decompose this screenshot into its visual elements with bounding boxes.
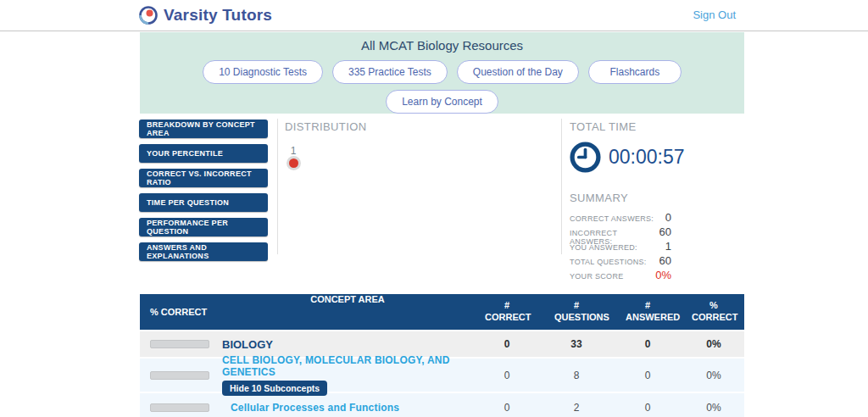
clock-icon (570, 142, 601, 173)
cell-num-answered: 0 (612, 393, 683, 417)
distribution-data-point: 1 (287, 145, 300, 168)
varsity-tutors-logo[interactable]: Varsity Tutors (138, 5, 272, 25)
divider (561, 119, 562, 254)
cell-num-questions: 2 (541, 393, 612, 417)
top-header-bar: Varsity Tutors Sign Out (0, 0, 868, 31)
results-nav-sidebar: BREAKDOWN BY CONCEPT AREA YOUR PERCENTIL… (139, 120, 268, 267)
sidebar-item-your-percentile[interactable]: YOUR PERCENTILE (139, 144, 268, 163)
cell-pct-correct: 0% (683, 331, 744, 357)
concept-breakdown-table: % CORRECT CONCEPT AREA # CORRECT # QUEST… (140, 294, 744, 417)
cell-num-questions: 8 (541, 359, 612, 392)
stats-panel: TOTAL TIME 00:00:57 SUMMARY CORRECT ANSW… (570, 120, 739, 283)
cell-pct-correct: 0% (683, 359, 744, 392)
concept-label: BIOLOGY (222, 338, 473, 351)
total-time-title: TOTAL TIME (570, 120, 739, 133)
summary-rows: CORRECT ANSWERS: 0 INCORRECT ANSWERS: 60… (570, 211, 671, 283)
banner-pill-row: 10 Diagnostic Tests 335 Practice Tests Q… (140, 60, 744, 84)
column-header-num-correct: # CORRECT (473, 294, 541, 330)
distribution-point-label: 1 (287, 145, 300, 157)
cell-num-questions: 33 (541, 331, 612, 357)
summary-row-your-score: YOUR SCORE 0% (570, 269, 671, 283)
sidebar-item-answers-and-explanations[interactable]: ANSWERS AND EXPLANATIONS (139, 242, 268, 261)
divider (277, 119, 278, 254)
brand-name: Varsity Tutors (164, 6, 272, 25)
progress-bar (150, 340, 209, 348)
sidebar-item-time-per-question[interactable]: TIME PER QUESTION (139, 193, 268, 212)
question-of-the-day-button[interactable]: Question of the Day (457, 60, 579, 84)
learn-by-concept-button[interactable]: Learn by Concept (386, 90, 498, 114)
column-header-pct-correct: % CORRECT (683, 294, 744, 330)
column-header-num-questions: # QUESTIONS (541, 294, 612, 330)
sidebar-item-performance-per-question[interactable]: PERFORMANCE PER QUESTION (139, 218, 268, 236)
table-row-cellular-processes: Cellular Processes and Functions 0 2 0 0… (140, 393, 744, 417)
flashcards-button[interactable]: Flashcards (588, 60, 682, 84)
summary-value: 60 (659, 254, 671, 267)
column-header-concept-area: CONCEPT AREA (222, 294, 473, 330)
summary-row-correct-answers: CORRECT ANSWERS: 0 (570, 211, 671, 225)
column-header-pct-correct-bar: % CORRECT (140, 294, 222, 330)
summary-label: CORRECT ANSWERS: (570, 214, 654, 223)
summary-value: 60 (659, 225, 671, 238)
cell-num-correct: 0 (473, 359, 541, 392)
summary-score-value: 0% (655, 269, 671, 281)
concept-link[interactable]: Cellular Processes and Functions (222, 402, 473, 414)
practice-tests-button[interactable]: 335 Practice Tests (332, 60, 448, 84)
summary-row-incorrect-answers: INCORRECT ANSWERS: 60 (570, 225, 671, 240)
distribution-title: DISTRIBUTION (285, 120, 539, 133)
sign-out-link[interactable]: Sign Out (693, 8, 736, 21)
diagnostic-tests-button[interactable]: 10 Diagnostic Tests (203, 60, 323, 84)
resources-banner: All MCAT Biology Resources 10 Diagnostic… (140, 32, 744, 114)
summary-label: TOTAL QUESTIONS: (570, 258, 647, 266)
cell-num-answered: 0 (612, 359, 683, 392)
summary-title: SUMMARY (570, 192, 739, 204)
column-header-num-answered: # ANSWERED (612, 294, 683, 330)
sidebar-item-correct-vs-incorrect-ratio[interactable]: CORRECT VS. INCORRECT RATIO (139, 169, 268, 187)
progress-bar (150, 371, 209, 380)
distribution-point-dot[interactable] (289, 158, 298, 168)
table-row-cell-biology: CELL BIOLOGY, MOLECULAR BIOLOGY, AND GEN… (140, 359, 744, 392)
banner-title: All MCAT Biology Resources (140, 38, 744, 53)
total-time-value: 00:00:57 (609, 146, 685, 169)
banner-pill-row-2: Learn by Concept (140, 90, 744, 114)
summary-value: 1 (665, 240, 671, 253)
sidebar-item-breakdown-by-concept-area[interactable]: BREAKDOWN BY CONCEPT AREA (139, 120, 268, 138)
progress-bar (150, 403, 209, 412)
cell-pct-correct: 0% (683, 393, 744, 417)
table-header-row: % CORRECT CONCEPT AREA # CORRECT # QUEST… (140, 294, 744, 330)
concept-link[interactable]: CELL BIOLOGY, MOLECULAR BIOLOGY, AND GEN… (222, 354, 473, 378)
table-row-biology: BIOLOGY 0 33 0 0% (140, 331, 744, 357)
cell-num-correct: 0 (473, 393, 541, 417)
cell-num-correct: 0 (473, 331, 541, 357)
total-time-row: 00:00:57 (570, 142, 739, 173)
cell-num-answered: 0 (612, 331, 683, 357)
summary-value: 0 (665, 211, 671, 224)
summary-label: YOU ANSWERED: (570, 243, 637, 252)
summary-row-total-questions: TOTAL QUESTIONS: 60 (570, 254, 671, 269)
varsity-tutors-logo-icon (138, 5, 159, 25)
distribution-panel: DISTRIBUTION 1 (285, 120, 539, 168)
summary-label: YOUR SCORE (570, 272, 624, 281)
